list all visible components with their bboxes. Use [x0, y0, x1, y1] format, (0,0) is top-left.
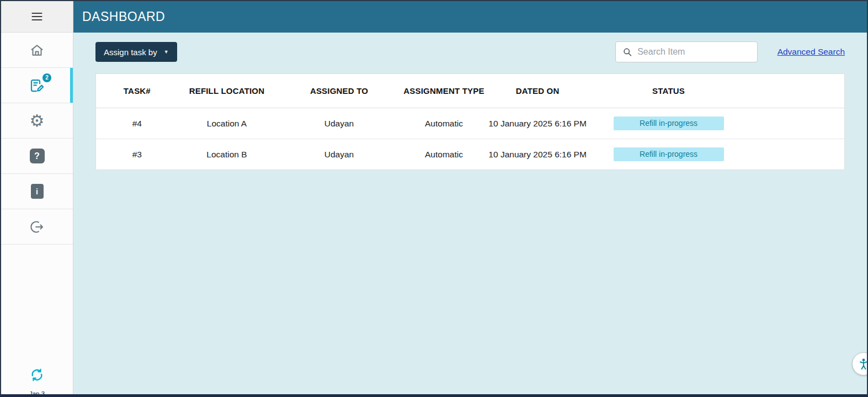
column-header-spacer: [747, 74, 844, 108]
assignment-type-cell: Automatic: [403, 108, 485, 139]
column-header-task: TASK#: [96, 74, 178, 108]
content-area: Assign task by ▼ Advanced Search: [73, 33, 867, 394]
hamburger-menu-button[interactable]: [1, 1, 73, 33]
status-badge: Refill in-progress: [614, 147, 724, 161]
page-title: DASHBOARD: [82, 9, 165, 24]
toolbar-right: Advanced Search: [615, 41, 845, 62]
sidebar-item-tasks[interactable]: 2: [1, 68, 73, 103]
home-icon: [29, 42, 45, 59]
assigned-to-cell: Udayan: [275, 139, 403, 170]
chevron-down-icon: ▼: [164, 49, 169, 55]
spacer-cell: [747, 108, 844, 139]
hamburger-icon: [29, 10, 45, 23]
refill-location-cell: Location B: [178, 139, 275, 170]
table-row: #3 Location B Udayan Automatic 10 Januar…: [96, 139, 845, 170]
column-header-assigned-to: ASSIGNED TO: [275, 74, 403, 108]
status-cell: Refill in-progress: [590, 139, 747, 170]
top-header: DASHBOARD: [73, 1, 867, 33]
logout-icon: [29, 219, 45, 235]
sidebar-item-settings[interactable]: ⚙: [1, 103, 73, 139]
assignment-type-cell: Automatic: [403, 139, 485, 170]
app-window: 2 ⚙ ? i: [0, 0, 868, 397]
status-cell: Refill in-progress: [590, 108, 747, 139]
search-icon: [622, 46, 633, 58]
sidebar: 2 ⚙ ? i: [1, 1, 73, 394]
sidebar-item-home[interactable]: [1, 33, 73, 68]
tasks-count-badge: 2: [42, 73, 51, 82]
gear-icon: ⚙: [30, 113, 45, 129]
assigned-to-cell: Udayan: [275, 108, 403, 139]
table-header-row: TASK# REFILL LOCATION ASSIGNED TO ASSIGN…: [96, 74, 845, 108]
task-no-cell: #4: [96, 108, 178, 139]
sidebar-item-info[interactable]: i: [1, 174, 73, 209]
column-header-dated-on: DATED ON: [485, 74, 590, 108]
sidebar-item-logout[interactable]: [1, 209, 73, 245]
advanced-search-link[interactable]: Advanced Search: [778, 47, 845, 57]
status-badge: Refill in-progress: [614, 117, 724, 130]
sidebar-footer: Jan 3: [1, 367, 73, 394]
column-header-assignment-type: ASSIGNMENT TYPE: [403, 74, 485, 108]
toolbar: Assign task by ▼ Advanced Search: [95, 41, 845, 62]
task-no-cell: #3: [96, 139, 178, 170]
refresh-icon: [29, 367, 45, 383]
refresh-button[interactable]: [29, 367, 45, 383]
info-icon: i: [31, 184, 44, 199]
main-area: DASHBOARD Assign task by ▼ Advanc: [73, 1, 867, 394]
refill-location-cell: Location A: [178, 108, 275, 139]
help-icon: ?: [30, 149, 45, 163]
assign-task-by-label: Assign task by: [104, 47, 157, 57]
sidebar-item-help[interactable]: ?: [1, 139, 73, 174]
spacer-cell: [747, 139, 844, 170]
tasks-table: TASK# REFILL LOCATION ASSIGNED TO ASSIGN…: [95, 73, 845, 170]
dated-on-cell: 10 January 2025 6:16 PM: [485, 108, 590, 139]
table-row: #4 Location A Udayan Automatic 10 Januar…: [96, 108, 845, 139]
accessibility-icon: [856, 357, 868, 371]
footer-date: Jan 3: [29, 390, 45, 397]
column-header-status: STATUS: [590, 74, 747, 108]
assign-task-by-button[interactable]: Assign task by ▼: [95, 42, 177, 62]
column-header-refill-location: REFILL LOCATION: [178, 74, 275, 108]
search-input[interactable]: [637, 47, 750, 57]
search-box: [615, 41, 758, 62]
dated-on-cell: 10 January 2025 6:16 PM: [485, 139, 590, 170]
sidebar-nav: 2 ⚙ ? i: [1, 33, 73, 245]
